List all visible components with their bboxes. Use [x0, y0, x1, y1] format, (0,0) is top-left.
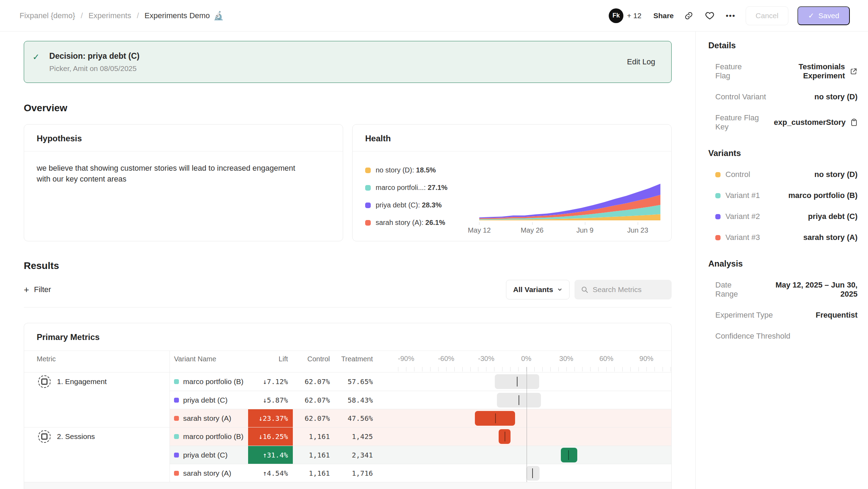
table-row[interactable]: 1. Engagementmarco portfolio (B)↓7.12%62…: [24, 373, 671, 391]
variant-swatch: [715, 214, 721, 219]
legend-item[interactable]: marco portfoli...: 27.1%: [365, 184, 473, 192]
avatar-count[interactable]: + 12: [627, 12, 641, 20]
details-sidebar: Details Feature Flag Testimonials Experi…: [695, 31, 868, 489]
variant-swatch: [174, 471, 179, 476]
x-axis-label: May 12: [468, 226, 491, 234]
share-button[interactable]: Share: [653, 12, 674, 20]
health-card: Health no story (D): 18.5%marco portfoli…: [352, 124, 672, 241]
metric-goal-icon: [38, 430, 51, 443]
table-row[interactable]: sarah story (A)↓23.37%62.07%47.56%: [24, 409, 671, 427]
point-estimate-tick: [505, 432, 505, 441]
add-metric-button[interactable]: + Add: [24, 482, 671, 489]
primary-metrics-title: Primary Metrics: [24, 323, 671, 351]
point-estimate-tick: [532, 468, 533, 478]
control-value: 62.07%: [293, 409, 335, 427]
treatment-value: 58.43%: [335, 391, 378, 409]
variants-heading: Variants: [708, 148, 858, 158]
x-axis-label: Jun 23: [627, 226, 648, 234]
variant-name: marco portfolio (B): [183, 432, 244, 441]
date-range-value: May 12, 2025 – Jun 30, 2025: [756, 281, 858, 299]
details-heading: Details: [708, 41, 858, 50]
saved-button[interactable]: ✓ Saved: [797, 6, 850, 25]
axis-tick-row: [24, 367, 671, 373]
results-toolbar: + Filter All Variants: [24, 280, 672, 299]
point-estimate-tick: [495, 413, 496, 423]
metric-group: 2. Sessionsmarco portfolio (B)↓16.25%1,1…: [24, 427, 671, 482]
health-title: Health: [365, 134, 659, 143]
variant-swatch: [715, 172, 721, 177]
x-axis-label: Jun 9: [576, 226, 593, 234]
control-variant-label: Control Variant: [715, 92, 766, 101]
treatment-value: 1,425: [335, 427, 378, 446]
main-content: ✓ Decision: priya debt (C) Picker, Amit …: [0, 31, 695, 489]
edit-log-button[interactable]: Edit Log: [627, 57, 655, 66]
feature-flag-label: Feature Flag: [715, 62, 758, 80]
favorite-heart-icon[interactable]: [704, 10, 716, 22]
clipboard-copy-icon[interactable]: [851, 119, 858, 126]
control-variant-row: Control Variant no story (D): [708, 92, 858, 101]
more-menu-icon[interactable]: •••: [725, 10, 737, 22]
lift-value: ↓7.12%: [248, 373, 293, 391]
table-row[interactable]: priya debt (C)↓5.87%62.07%58.43%: [24, 391, 671, 409]
variant-swatch: [174, 379, 179, 384]
legend-swatch: [365, 185, 371, 191]
chevron-down-icon: [557, 287, 562, 292]
lift-badge: ↓16.25%: [248, 427, 293, 446]
plus-icon: +: [24, 285, 29, 294]
legend-item[interactable]: no story (D): 18.5%: [365, 166, 473, 174]
avatar[interactable]: Fk: [609, 8, 623, 23]
col-metric: Metric: [24, 351, 170, 367]
treatment-value: 47.56%: [335, 409, 378, 427]
table-row[interactable]: 2. Sessionsmarco portfolio (B)↓16.25%1,1…: [24, 427, 671, 446]
add-filter-button[interactable]: + Filter: [24, 285, 51, 294]
health-legend: no story (D): 18.5%marco portfoli...: 27…: [365, 162, 473, 238]
variant-swatch: [174, 453, 179, 458]
cancel-button[interactable]: Cancel: [746, 6, 788, 25]
table-row[interactable]: sarah story (A)↑4.54%1,1611,716: [24, 464, 671, 482]
toolbar-divider: [24, 307, 672, 307]
breadcrumb-experiments[interactable]: Experiments: [88, 11, 131, 20]
feature-flag-value[interactable]: Testimonials Experiment: [758, 62, 845, 80]
confidence-threshold-row: Confidence Threshold: [708, 332, 858, 341]
stacked-area-chart: [473, 180, 662, 222]
external-link-icon[interactable]: [850, 68, 858, 75]
legend-item[interactable]: priya debt (C): 28.3%: [365, 201, 473, 209]
lift-badge: ↓23.37%: [248, 409, 293, 427]
variant-swatch: [715, 193, 721, 198]
variant-value: priya debt (C): [808, 212, 858, 221]
control-value: 1,161: [293, 464, 335, 482]
legend-swatch: [365, 220, 371, 226]
search-metrics-input[interactable]: [593, 285, 663, 294]
variant-name: priya debt (C): [183, 396, 227, 404]
hypothesis-title: Hypothesis: [37, 134, 330, 143]
copy-link-icon[interactable]: [683, 10, 695, 22]
breadcrumb-project[interactable]: Fixpanel {demo}: [20, 11, 75, 20]
zero-baseline: [527, 367, 527, 482]
metric-name: 2. Sessions: [57, 432, 95, 441]
ci-axis-tick-label: -60%: [438, 355, 454, 363]
variant-name: sarah story (A): [183, 414, 231, 423]
decision-title: Decision: priya debt (C): [49, 51, 139, 61]
variant-swatch: [174, 434, 179, 439]
variant-swatch: [174, 398, 179, 403]
variant-name: sarah story (A): [183, 469, 231, 477]
lift-value: ↓5.87%: [248, 391, 293, 409]
variant-value: sarah story (A): [803, 233, 858, 242]
decision-subtitle: Picker, Amit on 08/05/2025: [49, 64, 139, 73]
legend-item[interactable]: sarah story (A): 26.1%: [365, 219, 473, 227]
results-heading: Results: [24, 260, 672, 271]
breadcrumb: Fixpanel {demo} / Experiments / Experime…: [20, 11, 224, 21]
search-metrics-box[interactable]: [574, 280, 672, 299]
check-icon: ✓: [808, 12, 814, 20]
feature-flag-key-label: Feature Flag Key: [715, 113, 774, 132]
variant-value: no story (D): [815, 170, 858, 179]
variant-row-3: Variant #3 sarah story (A): [708, 233, 858, 242]
ci-axis-tick-label: 0%: [521, 355, 531, 363]
overview-heading: Overview: [24, 102, 672, 114]
col-variant-name: Variant Name: [170, 355, 248, 363]
control-value: 62.07%: [293, 373, 335, 391]
table-row[interactable]: priya debt (C)↑31.4%1,1612,341: [24, 446, 671, 464]
variants-dropdown[interactable]: All Variants: [506, 280, 570, 299]
treatment-value: 57.65%: [335, 373, 378, 391]
ci-axis-tick-label: 90%: [639, 355, 653, 363]
